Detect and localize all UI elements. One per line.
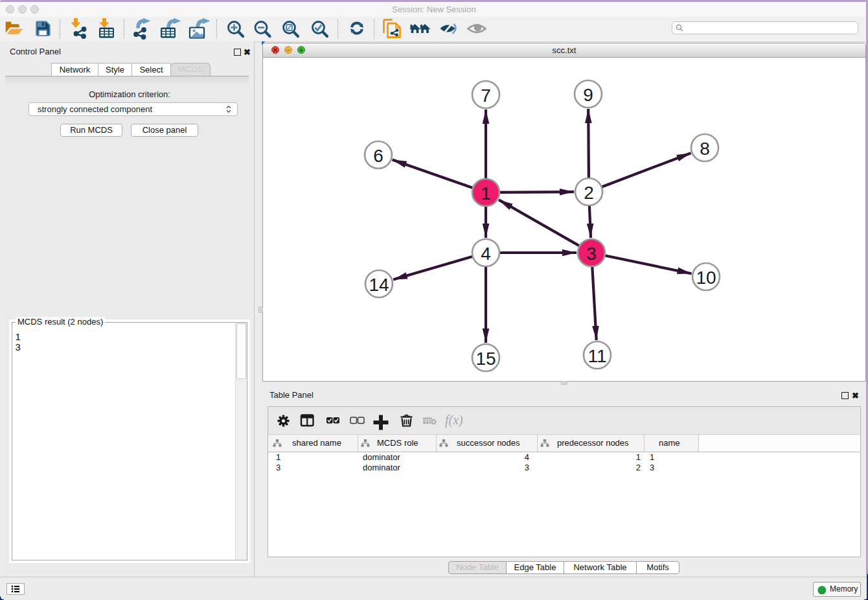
svg-text:10: 10 (696, 268, 716, 288)
svg-text:3: 3 (586, 244, 597, 264)
svg-text:9: 9 (583, 85, 593, 105)
svg-text:f(x): f(x) (445, 413, 463, 428)
svg-text:8: 8 (700, 139, 710, 159)
svg-text:14: 14 (369, 275, 389, 295)
svg-text:6: 6 (373, 146, 383, 166)
svg-text:4: 4 (481, 244, 491, 264)
svg-text:11: 11 (588, 346, 606, 366)
svg-text:7: 7 (481, 86, 491, 106)
svg-text:2: 2 (584, 183, 594, 203)
svg-text:1: 1 (481, 183, 491, 203)
svg-text:15: 15 (475, 349, 496, 369)
